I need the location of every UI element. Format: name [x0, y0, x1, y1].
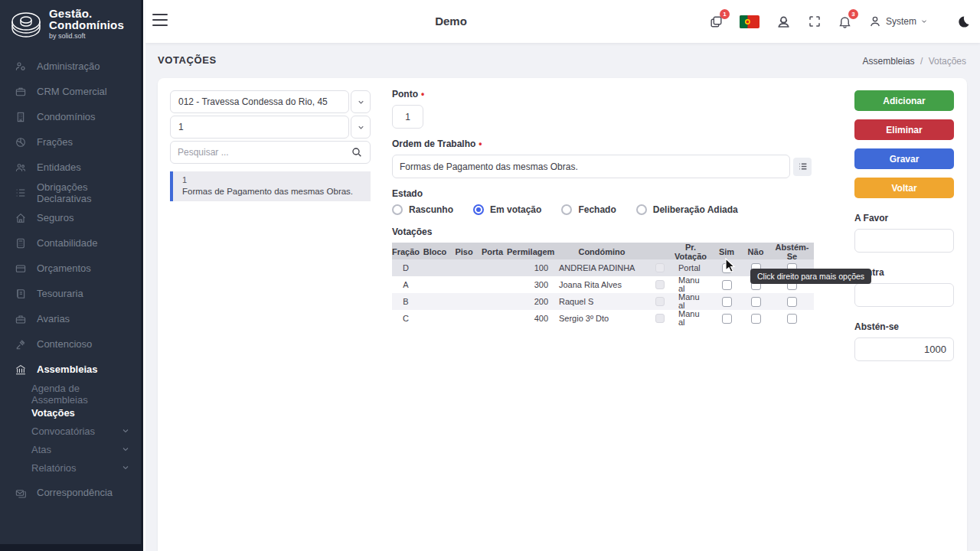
sidebar: Gestão. Condomínios by solid.soft Admini…	[0, 0, 143, 551]
votacoes-card: 012 - Travessa Condessa do Rio, 45 1	[158, 78, 967, 551]
menu-toggle-button[interactable]	[152, 14, 168, 26]
sidebar-item-contabilidade[interactable]: Contabilidade	[0, 230, 141, 256]
ponto-input[interactable]	[392, 105, 423, 129]
abstem-se-label: Abstén-se	[854, 321, 954, 332]
fullscreen-icon	[808, 15, 822, 28]
estado-label: Estado	[392, 188, 814, 199]
page-title: VOTAÇÕES	[158, 54, 217, 66]
eliminar-button[interactable]: Eliminar	[854, 119, 954, 140]
sim-checkbox[interactable]	[722, 297, 732, 307]
search-icon[interactable]	[351, 146, 363, 158]
sidebar-item-label: Contencioso	[37, 338, 92, 350]
user-icon	[868, 15, 882, 28]
sidebar-item-correspondencia[interactable]: Correspondência	[0, 480, 141, 505]
adicionar-button[interactable]: Adicionar	[854, 90, 954, 111]
sidebar-item-seguros[interactable]: Seguros	[0, 205, 141, 230]
logo-line2: Condomínios	[49, 19, 124, 31]
user-menu-button[interactable]: System	[868, 15, 928, 28]
sidebar-item-orcamentos[interactable]: Orçamentos	[0, 256, 141, 281]
fullscreen-button[interactable]	[808, 15, 822, 28]
toolbox-icon	[15, 313, 27, 325]
notifications-button[interactable]: 3	[838, 15, 852, 29]
logo-byline: by solid.soft	[49, 33, 124, 40]
col-piso: Piso	[450, 247, 478, 256]
agenda-item-number: 1	[182, 175, 361, 184]
condominium-select-toggle[interactable]	[351, 90, 371, 113]
abstem-checkbox[interactable]	[787, 314, 797, 324]
agenda-list-item-selected[interactable]: 1 Formas de Pagamento das mesmas Obras.	[170, 171, 371, 201]
sidebar-item-administracao[interactable]: Administração	[0, 54, 141, 79]
card-icon	[15, 262, 27, 275]
sidebar-item-label: Avarias	[37, 313, 70, 324]
search-box	[170, 141, 371, 164]
notifications-badge: 3	[848, 9, 858, 19]
sidebar-item-label: Correspondência	[37, 487, 113, 498]
chevron-down-icon	[357, 123, 365, 132]
calculator-icon	[15, 237, 27, 249]
ordem-input[interactable]	[392, 155, 790, 178]
gravar-button[interactable]: Gravar	[854, 148, 954, 169]
col-fracao: Fração	[392, 247, 420, 256]
sidebar-item-label: Assembleias	[37, 364, 98, 375]
estado-radio-em-votacao[interactable]: Em votação	[473, 204, 541, 215]
sidebar-item-obrigacoes-declarativas[interactable]: Obrigações Declarativas	[0, 180, 141, 205]
clipboard-copy-button[interactable]: 1	[709, 15, 724, 29]
voltar-button[interactable]: Voltar	[854, 178, 954, 198]
sidebar-subitem-label: Agenda de Assembleias	[31, 383, 130, 406]
language-flag-button[interactable]	[740, 15, 760, 28]
sidebar-item-fracoes[interactable]: Frações	[0, 129, 141, 155]
a-favor-input[interactable]	[854, 229, 954, 253]
estado-radio-rascunho[interactable]: Rascunho	[392, 204, 453, 215]
sidebar-subitem-relatorios[interactable]: Relatórios	[0, 458, 141, 477]
sidebar-item-entidades[interactable]: Entidades	[0, 155, 141, 180]
sidebar-subitem-atas[interactable]: Atas	[0, 440, 141, 458]
sidebar-item-label: CRM Comercial	[37, 86, 107, 97]
abstem-se-input[interactable]	[854, 337, 954, 361]
sim-checkbox[interactable]	[722, 314, 732, 324]
top-header: Demo 1 3 System	[145, 0, 980, 43]
sim-checkbox[interactable]	[722, 263, 732, 273]
condominium-select[interactable]: 012 - Travessa Condessa do Rio, 45	[170, 90, 349, 113]
list-icon	[15, 187, 27, 199]
point-select-toggle[interactable]	[351, 116, 371, 139]
table-row[interactable]: C 400 Sergio 3º Dto Manual	[392, 310, 814, 327]
table-row[interactable]: B 200 Raquel S Manual	[392, 293, 814, 310]
col-pr-votacao: Pr. Votação	[669, 243, 712, 261]
sidebar-item-assembleias[interactable]: Assembleias	[0, 357, 141, 382]
search-input[interactable]	[178, 147, 351, 158]
col-bloco: Bloco	[420, 247, 450, 256]
chevron-down-icon	[121, 426, 130, 435]
users-icon	[15, 161, 27, 174]
sim-checkbox[interactable]	[722, 280, 732, 290]
breadcrumb-parent[interactable]: Assembleias	[863, 56, 915, 67]
sidebar-item-label: Administração	[37, 60, 100, 72]
dark-mode-toggle[interactable]	[956, 15, 971, 29]
user-menu-label: System	[886, 16, 916, 27]
sidebar-item-avarias[interactable]: Avarias	[0, 306, 141, 331]
col-nao: Não	[741, 247, 770, 256]
sidebar-subitem-agenda-de-assembleias[interactable]: Agenda de Assembleias	[0, 385, 141, 403]
ordem-list-button[interactable]	[793, 158, 812, 176]
chevron-down-icon	[121, 463, 130, 472]
nao-checkbox[interactable]	[751, 297, 761, 307]
chevron-down-icon	[920, 18, 928, 25]
contra-input[interactable]	[854, 283, 954, 307]
point-select[interactable]: 1	[170, 116, 349, 139]
estado-radio-deliberacao-adiada[interactable]: Deliberação Adiada	[636, 204, 738, 215]
sidebar-subitem-convocatorias[interactable]: Convocatórias	[0, 422, 141, 440]
col-porta: Porta	[478, 247, 507, 256]
user-gear-icon	[15, 60, 27, 73]
sidebar-item-tesouraria[interactable]: Tesouraria	[0, 281, 141, 306]
sidebar-item-crm-comercial[interactable]: CRM Comercial	[0, 79, 141, 104]
sidebar-item-contencioso[interactable]: Contencioso	[0, 331, 141, 357]
estado-radio-fechado[interactable]: Fechado	[561, 204, 616, 215]
sidebar-item-condominios[interactable]: Condomínios	[0, 104, 141, 129]
pie-icon	[15, 136, 27, 148]
nao-checkbox[interactable]	[751, 314, 761, 324]
sidebar-subitem-votacoes[interactable]: Votações	[0, 403, 141, 422]
breadcrumb-current: Votações	[929, 56, 966, 67]
logo-line1: Gestão.	[49, 8, 124, 19]
support-button[interactable]	[776, 14, 792, 30]
abstem-checkbox[interactable]	[787, 297, 797, 307]
sidebar-item-label: Entidades	[37, 161, 81, 173]
